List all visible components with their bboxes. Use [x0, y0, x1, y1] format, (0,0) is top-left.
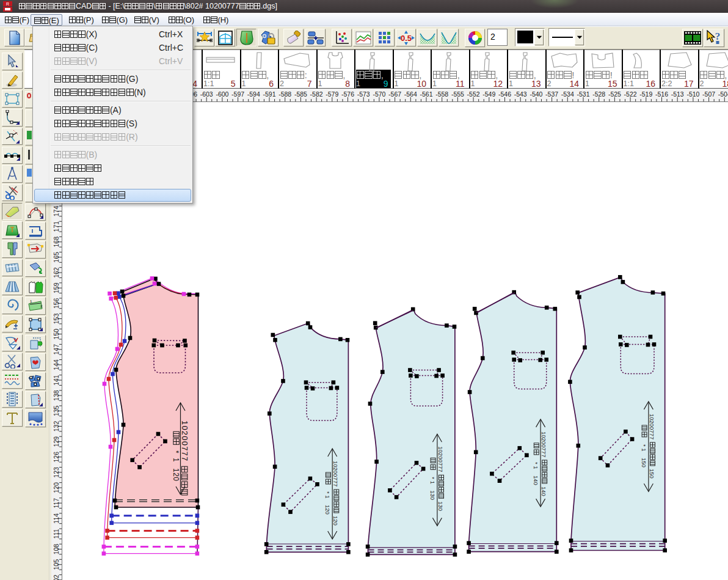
svg-text:132: 132: [53, 421, 60, 432]
svg-text:10200777: 10200777: [649, 414, 655, 439]
svg-text:1: 1: [172, 458, 180, 462]
svg-text:147: 147: [53, 344, 60, 355]
svg-text:150: 150: [649, 469, 655, 479]
svg-text:-549: -549: [482, 90, 495, 98]
svg-text:-585: -585: [294, 90, 307, 98]
svg-text:140: 140: [533, 475, 539, 485]
svg-text:1: 1: [30, 299, 32, 303]
svg-text:-519: -519: [639, 90, 652, 98]
svg-text:-558: -558: [435, 90, 448, 98]
svg-text:105: 105: [53, 559, 60, 570]
svg-text:171: 171: [53, 221, 60, 232]
svg-text:-597: -597: [231, 90, 244, 98]
svg-text:* 1: * 1: [533, 462, 539, 469]
svg-text:10200777: 10200777: [180, 420, 189, 461]
svg-text:-564: -564: [404, 90, 417, 98]
svg-text:-603: -603: [200, 90, 213, 98]
svg-text:117: 117: [53, 498, 60, 508]
svg-text:-522: -522: [624, 90, 637, 98]
svg-text:-576: -576: [341, 90, 354, 98]
svg-text:-525: -525: [608, 90, 621, 98]
svg-text:-510: -510: [686, 90, 699, 98]
svg-text:111: 111: [53, 529, 60, 538]
svg-text:10200777: 10200777: [437, 446, 444, 472]
svg-text:-588: -588: [278, 90, 291, 98]
svg-text:126: 126: [53, 452, 60, 463]
svg-text:-594: -594: [247, 90, 260, 98]
svg-text:129: 129: [53, 436, 60, 447]
svg-text:-540: -540: [530, 90, 542, 98]
svg-text:120: 120: [172, 468, 180, 482]
svg-text:123: 123: [53, 467, 60, 478]
svg-text:* 1: * 1: [429, 477, 436, 484]
svg-text:159: 159: [53, 282, 60, 293]
svg-text:* 1: * 1: [641, 444, 647, 452]
svg-text:* 1: * 1: [324, 491, 331, 499]
svg-text:10200777: 10200777: [332, 461, 339, 486]
svg-text:-507: -507: [702, 90, 715, 98]
svg-text:130: 130: [437, 501, 444, 511]
svg-text:140: 140: [541, 486, 547, 496]
svg-text:-546: -546: [498, 90, 511, 98]
svg-text:150: 150: [53, 329, 60, 340]
svg-text:-561: -561: [420, 90, 432, 98]
svg-text:-543: -543: [514, 90, 527, 98]
svg-text:130: 130: [429, 490, 436, 500]
svg-text:R: R: [6, 2, 9, 6]
svg-text:120: 120: [53, 482, 60, 493]
svg-text:102: 102: [53, 574, 60, 580]
svg-text:0.5: 0.5: [400, 34, 411, 43]
svg-text:-504: -504: [718, 90, 728, 98]
svg-text:-570: -570: [373, 90, 385, 98]
svg-text:10200777: 10200777: [541, 431, 547, 457]
svg-text:-552: -552: [467, 90, 480, 98]
svg-text:120: 120: [324, 505, 331, 515]
svg-text:120: 120: [332, 516, 339, 526]
svg-text:150: 150: [641, 458, 647, 468]
svg-text:108: 108: [53, 544, 60, 555]
svg-text:-516: -516: [655, 90, 668, 98]
svg-text:165: 165: [53, 252, 60, 263]
svg-text:-531: -531: [577, 90, 589, 98]
svg-text:-513: -513: [671, 90, 684, 98]
svg-text:-555: -555: [451, 90, 464, 98]
svg-text:-573: -573: [357, 90, 370, 98]
svg-text:144: 144: [53, 359, 60, 370]
svg-text:?: ?: [715, 31, 721, 42]
svg-text:174: 174: [53, 206, 60, 217]
svg-text:-582: -582: [310, 90, 323, 98]
svg-text:114: 114: [53, 513, 60, 524]
svg-text:162: 162: [53, 267, 60, 278]
svg-text:*: *: [172, 450, 180, 453]
svg-text:138: 138: [53, 390, 60, 401]
svg-text:-600: -600: [216, 90, 228, 98]
svg-text:141: 141: [53, 375, 60, 386]
svg-text:-534: -534: [561, 90, 574, 98]
svg-text:135: 135: [53, 405, 60, 416]
svg-text:2: 2: [40, 304, 43, 308]
svg-text:-567: -567: [388, 90, 401, 98]
svg-text:-591: -591: [263, 90, 275, 98]
svg-text:168: 168: [53, 237, 60, 248]
svg-text:-579: -579: [326, 90, 338, 98]
svg-text:-528: -528: [592, 90, 605, 98]
svg-text:-537: -537: [545, 90, 558, 98]
svg-text:153: 153: [53, 314, 60, 325]
svg-text:156: 156: [53, 298, 60, 309]
